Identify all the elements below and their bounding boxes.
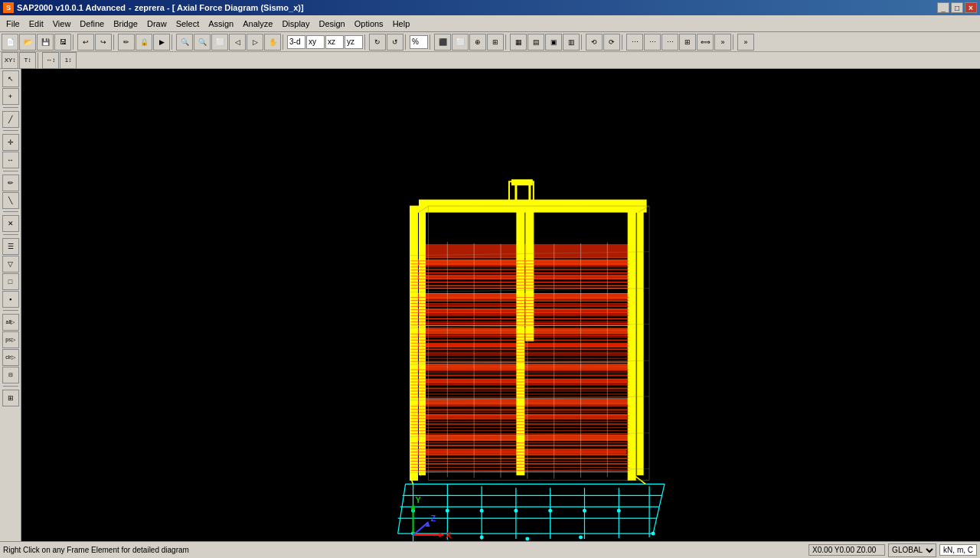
window-title: zeprera - [ Axial Force Diagram (Sismo_x… <box>135 3 304 12</box>
title-text: S SAP2000 v10.0.1 Advanced - zeprera - [… <box>3 2 304 13</box>
tsep1 <box>38 53 41 68</box>
more3-button[interactable]: ⋯ <box>662 34 678 51</box>
app-title: SAP2000 v10.0.1 Advanced <box>17 3 126 12</box>
save-model-button[interactable]: 🖫 <box>54 34 71 51</box>
snap3-button[interactable]: ↔↕ <box>42 52 59 69</box>
menu-assign[interactable]: Assign <box>204 18 238 30</box>
sep4 <box>283 34 286 50</box>
draw-tool[interactable]: ✏ <box>2 175 19 191</box>
svg-rect-91 <box>628 210 635 480</box>
rect-tool[interactable]: □ <box>2 273 19 290</box>
zoom-rect-button[interactable]: ⬜ <box>211 34 228 51</box>
zoom-in-button[interactable]: 🔍 <box>176 34 193 51</box>
snap-button[interactable]: ⊕ <box>469 34 486 51</box>
building-diagram: X Y Z <box>21 69 980 541</box>
new-button[interactable]: 📄 <box>2 34 18 51</box>
main-toolbar: 📄 📂 💾 🖫 ↩ ↪ ✏ 🔒 ▶ 🔍 🔍 ⬜ ◁ ▷ ✋ 3-d xy xz … <box>0 32 980 52</box>
all-sel-tool[interactable]: all▷ <box>2 314 19 331</box>
svg-point-25 <box>525 537 529 541</box>
redo-button[interactable]: ↪ <box>95 34 112 51</box>
svg-point-17 <box>446 509 449 513</box>
lsep1 <box>3 107 18 109</box>
more5-button[interactable]: » <box>737 34 754 51</box>
menu-display[interactable]: Display <box>277 18 314 30</box>
snap4-button[interactable]: 1↕ <box>60 52 77 69</box>
frame-button[interactable]: ▦ <box>510 34 527 51</box>
grid2-tool[interactable]: ⊞ <box>2 390 19 406</box>
save-button[interactable]: 💾 <box>37 34 54 51</box>
zoom-out-button[interactable]: 🔍 <box>194 34 211 51</box>
frame3-button[interactable]: ▣ <box>545 34 562 51</box>
lsep3 <box>3 171 18 172</box>
menu-bridge[interactable]: Bridge <box>109 18 142 30</box>
disp1-button[interactable]: ⟲ <box>586 34 603 51</box>
sep5 <box>364 34 368 50</box>
svg-rect-90 <box>420 204 426 475</box>
menu-select[interactable]: Select <box>172 18 204 30</box>
menu-options[interactable]: Options <box>350 18 388 30</box>
units-display: kN, m, C <box>939 544 977 556</box>
svg-rect-93 <box>517 204 524 475</box>
more2-button[interactable]: ⋯ <box>644 34 661 51</box>
pan-button[interactable]: ✋ <box>264 34 281 51</box>
table-tool[interactable]: ☰ <box>2 238 19 255</box>
sep10 <box>622 34 625 50</box>
menu-define[interactable]: Define <box>75 18 109 30</box>
lsep7 <box>3 386 18 387</box>
rect2-tool[interactable]: ▪ <box>2 291 19 308</box>
svg-point-20 <box>548 509 552 513</box>
close-button[interactable]: × <box>965 2 977 13</box>
status-message: Right Click on any Frame Element for det… <box>3 546 189 554</box>
open-button[interactable]: 📂 <box>19 34 36 51</box>
deselect-button[interactable]: ⬜ <box>452 34 469 51</box>
coord-system-select[interactable]: GLOBAL LOCAL <box>888 543 936 557</box>
sep1 <box>73 34 76 50</box>
frame4-button[interactable]: ▥ <box>563 34 580 51</box>
triangle-tool[interactable]: ▽ <box>2 256 19 272</box>
percent-label: % <box>410 35 428 49</box>
svg-point-18 <box>480 509 484 513</box>
resize-tool[interactable]: ↔ <box>2 152 19 168</box>
clip-sel-tool[interactable]: clr▷ <box>2 349 19 366</box>
rotate2-button[interactable]: ↺ <box>387 34 403 51</box>
minimize-button[interactable]: _ <box>937 2 949 13</box>
zoom-next-button[interactable]: ▷ <box>247 34 263 51</box>
snap2-button[interactable]: T↕ <box>19 52 36 69</box>
menu-design[interactable]: Design <box>314 18 349 30</box>
menu-help[interactable]: Help <box>388 18 415 30</box>
more4-button[interactable]: » <box>714 34 731 51</box>
ps-sel-tool[interactable]: ps▷ <box>2 331 19 348</box>
title-bar: S SAP2000 v10.0.1 Advanced - zeprera - [… <box>0 0 980 15</box>
grid-button[interactable]: ⊞ <box>487 34 504 51</box>
frame2-button[interactable]: ▤ <box>528 34 544 51</box>
pointer-tool[interactable]: ↖ <box>2 70 19 87</box>
zoom-prev-button[interactable]: ◁ <box>229 34 246 51</box>
snap1-button[interactable]: XY↕ <box>2 52 18 69</box>
lsep5 <box>3 234 18 236</box>
maximize-button[interactable]: □ <box>951 2 963 13</box>
viewport[interactable]: X Y Z <box>21 69 980 541</box>
line-tool[interactable]: ╲ <box>2 192 19 209</box>
cross-tool[interactable]: ✕ <box>2 215 19 232</box>
resize-button[interactable]: ⟺ <box>697 34 714 51</box>
rotate-button[interactable]: ↻ <box>369 34 386 51</box>
clip2-tool[interactable]: ⊟ <box>2 367 19 383</box>
svg-text:Y: Y <box>416 495 422 504</box>
node-tool[interactable]: + <box>2 88 19 105</box>
more1-button[interactable]: ⋯ <box>626 34 643 51</box>
disp2-button[interactable]: ⟳ <box>603 34 620 51</box>
menu-view[interactable]: View <box>48 18 76 30</box>
menu-draw[interactable]: Draw <box>142 18 172 30</box>
window-button[interactable]: ⊞ <box>679 34 696 51</box>
menu-analyze[interactable]: Analyze <box>238 18 277 30</box>
main-area: ↖ + ╱ ✛ ↔ ✏ ╲ ✕ ☰ ▽ □ ▪ all▷ ps▷ clr▷ ⊟ … <box>0 69 980 541</box>
frame-tool[interactable]: ╱ <box>2 111 19 128</box>
move-tool[interactable]: ✛ <box>2 134 19 151</box>
run-button[interactable]: ▶ <box>153 34 170 51</box>
menu-file[interactable]: File <box>2 18 24 30</box>
lock-button[interactable]: 🔒 <box>136 34 152 51</box>
menu-edit[interactable]: Edit <box>24 18 48 30</box>
pen-button[interactable]: ✏ <box>118 34 135 51</box>
select-button[interactable]: ⬛ <box>434 34 451 51</box>
undo-button[interactable]: ↩ <box>77 34 94 51</box>
